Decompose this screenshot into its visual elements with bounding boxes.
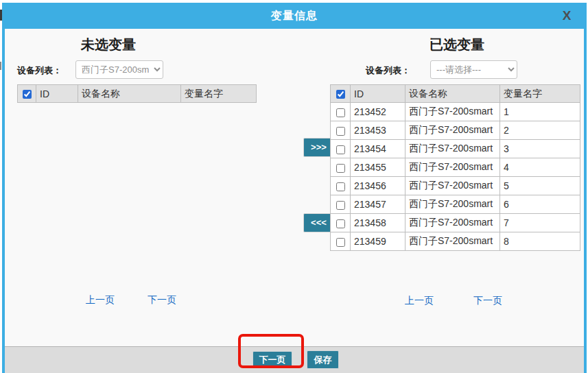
column-header-device: 设备名称 bbox=[78, 85, 181, 103]
table-row: 213458西门子S7-200smart7 bbox=[331, 214, 580, 232]
row-cell-device: 西门子S7-200smart bbox=[405, 103, 500, 121]
row-cell-id: 213456 bbox=[351, 177, 405, 195]
row-checkbox-cell bbox=[331, 214, 351, 232]
left-prev-page-link[interactable]: 上一页 bbox=[86, 294, 115, 306]
left-device-list-label: 设备列表： bbox=[17, 64, 62, 77]
row-cell-variable: 4 bbox=[500, 158, 580, 177]
row-checkbox[interactable] bbox=[336, 238, 345, 247]
right-device-list-label: 设备列表： bbox=[366, 64, 410, 77]
table-header-row: ID 设备名称 变量名字 bbox=[18, 85, 257, 103]
dialog-footer bbox=[5, 346, 584, 373]
footer-next-page-button[interactable]: 下一页 bbox=[252, 351, 292, 368]
selected-table-body: 213452西门子S7-200smart1213453西门子S7-200smar… bbox=[331, 103, 580, 251]
close-icon[interactable]: X bbox=[558, 8, 575, 24]
row-checkbox-cell bbox=[331, 195, 351, 214]
header-checkbox-cell bbox=[18, 85, 36, 103]
row-cell-id: 213454 bbox=[351, 140, 405, 158]
row-cell-device: 西门子S7-200smart bbox=[405, 121, 500, 140]
unselected-variables-table: ID 设备名称 变量名字 bbox=[17, 84, 257, 103]
table-row: 213457西门子S7-200smart6 bbox=[331, 195, 580, 214]
row-checkbox-cell bbox=[331, 103, 351, 121]
column-header-device: 设备名称 bbox=[405, 85, 500, 103]
row-cell-device: 西门子S7-200smart bbox=[405, 140, 500, 158]
row-cell-variable: 5 bbox=[500, 177, 580, 195]
row-checkbox[interactable] bbox=[336, 127, 345, 136]
footer-save-button[interactable]: 保存 bbox=[307, 350, 339, 369]
dialog-header: 变量信息 X bbox=[2, 3, 587, 29]
row-cell-variable: 8 bbox=[500, 232, 580, 251]
row-cell-variable: 1 bbox=[500, 103, 580, 121]
row-checkbox[interactable] bbox=[336, 108, 345, 117]
row-cell-id: 213455 bbox=[351, 158, 405, 177]
table-row: 213459西门子S7-200smart8 bbox=[331, 232, 580, 251]
row-checkbox[interactable] bbox=[336, 164, 345, 173]
row-checkbox-cell bbox=[331, 158, 351, 177]
column-header-variable: 变量名字 bbox=[181, 85, 257, 103]
row-cell-variable: 7 bbox=[500, 214, 580, 232]
table-row: 213453西门子S7-200smart2 bbox=[331, 121, 580, 140]
row-cell-id: 213457 bbox=[351, 195, 405, 214]
row-cell-device: 西门子S7-200smart bbox=[405, 214, 500, 232]
row-cell-id: 213453 bbox=[351, 121, 405, 140]
selected-variables-table: ID 设备名称 变量名字 213452西门子S7-200smart1213453… bbox=[330, 84, 580, 251]
dialog-right-border bbox=[584, 3, 587, 373]
column-header-variable: 变量名字 bbox=[500, 85, 580, 103]
row-cell-device: 西门子S7-200smart bbox=[405, 177, 500, 195]
select-all-checkbox[interactable] bbox=[23, 90, 32, 99]
left-device-select[interactable]: 西门子S7-200sma bbox=[75, 60, 163, 79]
table-row: 213455西门子S7-200smart4 bbox=[331, 158, 580, 177]
row-checkbox-cell bbox=[331, 121, 351, 140]
right-next-page-link[interactable]: 下一页 bbox=[473, 295, 502, 307]
table-row: 213452西门子S7-200smart1 bbox=[331, 103, 580, 121]
page: 变量信息 X 未选变量 设备列表： 西门子S7-200sma ID 设备名称 变… bbox=[0, 0, 588, 373]
row-checkbox[interactable] bbox=[336, 182, 345, 191]
select-all-checkbox[interactable] bbox=[336, 90, 345, 99]
row-cell-variable: 6 bbox=[500, 195, 580, 214]
row-checkbox[interactable] bbox=[336, 145, 345, 154]
unselected-panel-title: 未选变量 bbox=[54, 36, 163, 54]
row-cell-device: 西门子S7-200smart bbox=[405, 195, 500, 214]
dialog-title: 变量信息 bbox=[2, 3, 587, 29]
right-prev-page-link[interactable]: 上一页 bbox=[405, 295, 434, 307]
selected-panel-title: 已选变量 bbox=[402, 36, 512, 54]
header-checkbox-cell bbox=[331, 85, 351, 103]
table-row: 213454西门子S7-200smart3 bbox=[331, 140, 580, 158]
underlying-page-sliver bbox=[0, 62, 1, 70]
left-next-page-link[interactable]: 下一页 bbox=[148, 294, 176, 306]
table-row: 213456西门子S7-200smart5 bbox=[331, 177, 580, 195]
column-header-id: ID bbox=[351, 85, 405, 103]
column-header-id: ID bbox=[36, 85, 78, 103]
table-header-row: ID 设备名称 变量名字 bbox=[331, 85, 580, 103]
row-cell-variable: 2 bbox=[500, 121, 580, 140]
row-checkbox-cell bbox=[331, 140, 351, 158]
row-checkbox[interactable] bbox=[336, 219, 345, 228]
row-checkbox[interactable] bbox=[336, 201, 345, 210]
row-checkbox-cell bbox=[331, 177, 351, 195]
row-cell-device: 西门子S7-200smart bbox=[405, 232, 500, 251]
row-cell-id: 213452 bbox=[351, 103, 405, 121]
row-cell-id: 213458 bbox=[351, 214, 405, 232]
row-cell-id: 213459 bbox=[351, 232, 405, 251]
right-device-select[interactable]: ---请选择--- bbox=[430, 60, 517, 79]
row-cell-variable: 3 bbox=[500, 140, 580, 158]
row-checkbox-cell bbox=[331, 232, 351, 251]
row-cell-device: 西门子S7-200smart bbox=[405, 158, 500, 177]
